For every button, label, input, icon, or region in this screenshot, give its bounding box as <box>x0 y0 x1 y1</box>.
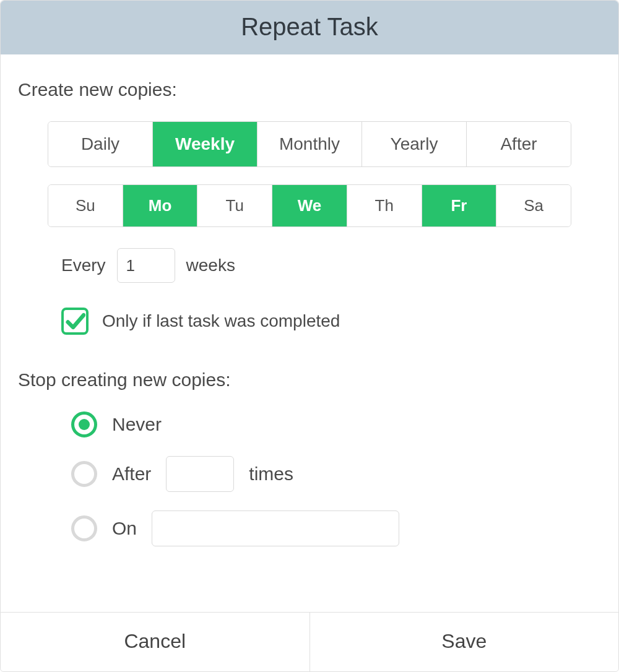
stop-option-on-row: On <box>71 510 601 546</box>
weekday-segmented-control[interactable]: SuMoTuWeThFrSa <box>48 184 571 227</box>
stop-creating-label: Stop creating new copies: <box>18 369 601 390</box>
create-copies-label: Create new copies: <box>18 79 601 100</box>
stop-option-after-prefix: After <box>112 463 151 485</box>
every-n-weeks-row: Every weeks <box>61 248 601 283</box>
frequency-segmented-control[interactable]: DailyWeeklyMonthlyYearlyAfter <box>48 121 571 167</box>
stop-option-never-radio[interactable] <box>71 411 97 437</box>
frequency-option-monthly[interactable]: Monthly <box>258 122 362 166</box>
checkmark-icon <box>64 311 85 332</box>
frequency-option-yearly[interactable]: Yearly <box>362 122 467 166</box>
frequency-option-after[interactable]: After <box>467 122 571 166</box>
stop-option-never-label: Never <box>112 414 162 435</box>
weekday-option-tu[interactable]: Tu <box>197 185 272 226</box>
frequency-option-weekly[interactable]: Weekly <box>153 122 258 166</box>
stop-option-on-radio[interactable] <box>71 515 97 541</box>
only-if-completed-checkbox[interactable] <box>61 308 89 335</box>
dialog-footer: Cancel Save <box>1 612 618 671</box>
only-if-completed-row: Only if last task was completed <box>61 308 601 335</box>
dialog-content: Create new copies: DailyWeeklyMonthlyYea… <box>1 54 618 612</box>
every-suffix-label: weeks <box>186 256 235 275</box>
weekday-option-mo[interactable]: Mo <box>123 185 198 226</box>
every-prefix-label: Every <box>61 256 106 275</box>
save-button[interactable]: Save <box>310 613 619 671</box>
stop-option-after-radio[interactable] <box>71 461 97 487</box>
only-if-completed-label: Only if last task was completed <box>102 311 340 331</box>
weekday-option-fr[interactable]: Fr <box>422 185 497 226</box>
cancel-button[interactable]: Cancel <box>1 613 310 671</box>
repeat-task-dialog: Repeat Task Create new copies: DailyWeek… <box>0 0 619 672</box>
weekday-option-su[interactable]: Su <box>48 185 123 226</box>
stop-options-group: Never After times On <box>71 411 601 546</box>
weekday-option-th[interactable]: Th <box>347 185 422 226</box>
stop-option-after-row: After times <box>71 456 601 492</box>
weekday-option-we[interactable]: We <box>272 185 347 226</box>
dialog-title: Repeat Task <box>1 1 618 54</box>
stop-option-on-input[interactable] <box>152 510 399 546</box>
stop-option-never-row: Never <box>71 411 601 437</box>
stop-option-after-suffix: times <box>249 463 293 485</box>
every-n-input[interactable] <box>117 248 175 283</box>
stop-option-on-prefix: On <box>112 518 137 539</box>
stop-option-after-input[interactable] <box>166 456 234 492</box>
weekday-option-sa[interactable]: Sa <box>496 185 571 226</box>
frequency-option-daily[interactable]: Daily <box>48 122 153 166</box>
